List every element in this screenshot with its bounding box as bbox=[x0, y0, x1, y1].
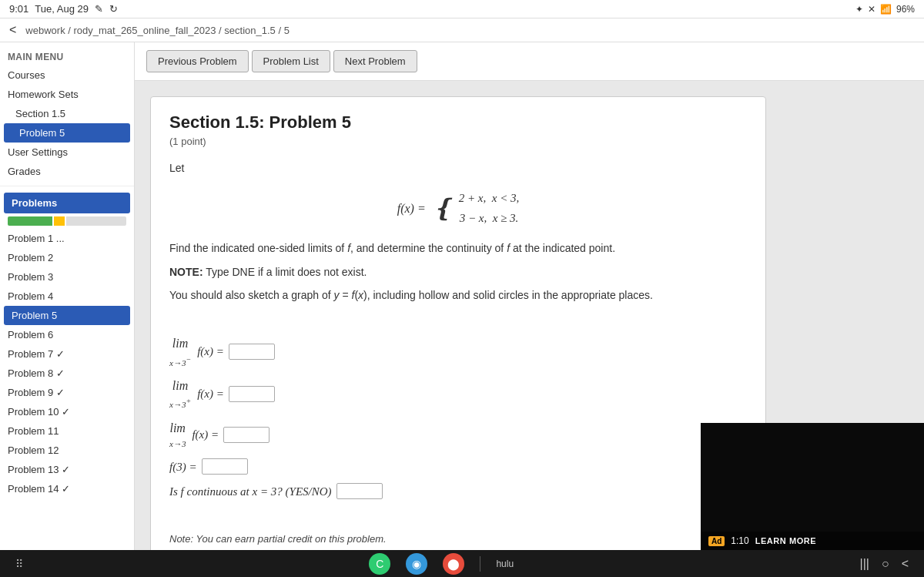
note-partial: Note: You can earn partial credit on thi… bbox=[169, 532, 747, 548]
blue-app-icon[interactable]: ◉ bbox=[406, 553, 427, 572]
instructions-1: Find the indicated one-sided limits of f… bbox=[169, 240, 747, 257]
piecewise-cases: 2 + x, x < 3, 3 − x, x ≥ 3. bbox=[459, 189, 520, 227]
breadcrumb-bar: < webwork / rody_mat_265_online_fall_202… bbox=[0, 18, 924, 42]
main-menu-label: MAIN MENU bbox=[0, 42, 134, 65]
let-text: Let bbox=[169, 159, 747, 176]
sidebar-problem-7[interactable]: Problem 7 ✓ bbox=[0, 344, 134, 364]
sidebar-problem-1[interactable]: Problem 1 ... bbox=[0, 229, 134, 248]
progress-yellow bbox=[54, 216, 65, 226]
ad-content bbox=[701, 423, 924, 532]
case-2: 3 − x, x ≥ 3. bbox=[459, 209, 520, 227]
red-app-icon[interactable]: ⬤ bbox=[443, 553, 464, 572]
problems-header: Problems bbox=[4, 193, 130, 213]
continuous-label: Is f continuous at x = 3? (YES/NO) bbox=[169, 482, 332, 501]
limit1-row: lim x→3− f(x) = bbox=[169, 334, 747, 370]
sidebar-problem-10[interactable]: Problem 10 ✓ bbox=[0, 402, 134, 421]
edit-icon: ✎ bbox=[95, 3, 103, 15]
prev-problem-button[interactable]: Previous Problem bbox=[146, 50, 249, 72]
sidebar-problem-4[interactable]: Problem 4 bbox=[0, 287, 134, 306]
function-expression: f(x) = ❴ 2 + x, x < 3, 3 − x, x ≥ 3. bbox=[397, 189, 520, 227]
continuous-input[interactable] bbox=[336, 483, 383, 499]
case-1: 2 + x, x < 3, bbox=[459, 189, 520, 207]
note-text: NOTE: Type DNE if a limit does not exist… bbox=[169, 263, 747, 280]
taskbar-divider bbox=[480, 556, 480, 572]
ad-badge: Ad bbox=[708, 536, 725, 546]
limit1-func: f(x) = bbox=[197, 342, 224, 361]
ad-learn-more[interactable]: LEARN MORE bbox=[755, 536, 816, 545]
status-bar: 9:01 Tue, Aug 29 ✎ ↻ ✦ ✕ 📶 96% bbox=[0, 0, 924, 18]
f3-label: f(3) = bbox=[169, 458, 197, 476]
hulu-label: hulu bbox=[496, 559, 514, 569]
limit2-row: lim x→3+ f(x) = bbox=[169, 376, 747, 412]
green-app-icon[interactable]: C bbox=[369, 553, 390, 572]
ad-time: 1:10 bbox=[731, 535, 748, 546]
func-label: f(x) = bbox=[397, 199, 426, 219]
next-problem-button[interactable]: Next Problem bbox=[333, 50, 417, 72]
problem-list-button[interactable]: Problem List bbox=[252, 50, 330, 72]
sidebar-problem-11[interactable]: Problem 11 bbox=[0, 421, 134, 441]
x-icon: ✕ bbox=[868, 4, 875, 15]
taskbar-center: C ◉ ⬤ hulu bbox=[369, 553, 514, 572]
sidebar-item-courses[interactable]: Courses bbox=[0, 65, 134, 85]
sidebar-problem-5[interactable]: Problem 5 bbox=[4, 306, 130, 325]
ad-bar: Ad 1:10 LEARN MORE bbox=[701, 532, 924, 550]
taskbar-left: ⠿ bbox=[15, 558, 23, 570]
back-button[interactable]: < bbox=[9, 23, 22, 37]
status-bar-left: 9:01 Tue, Aug 29 ✎ ↻ bbox=[9, 3, 118, 15]
sidebar-item-problem5[interactable]: Problem 5 bbox=[4, 123, 130, 143]
sidebar-item-grades[interactable]: Grades bbox=[0, 162, 134, 181]
taskbar-circle-button[interactable]: ○ bbox=[882, 557, 889, 571]
battery-display: 96% bbox=[896, 4, 915, 15]
sidebar-problem-13[interactable]: Problem 13 ✓ bbox=[0, 460, 134, 479]
status-bar-right: ✦ ✕ 📶 96% bbox=[855, 4, 915, 15]
piecewise-function: f(x) = ❴ 2 + x, x < 3, 3 − x, x ≥ 3. bbox=[169, 189, 747, 227]
note-label: NOTE: bbox=[169, 266, 203, 278]
limit2-notation: lim x→3+ bbox=[169, 376, 191, 412]
limit1-subscript: x→3− bbox=[169, 354, 191, 370]
ad-panel: Ad 1:10 LEARN MORE bbox=[701, 423, 924, 550]
breadcrumb-path: webwork / rody_mat_265_online_fall_2023 … bbox=[25, 25, 290, 36]
limit1-label: lim bbox=[172, 334, 188, 354]
f3-input[interactable] bbox=[202, 458, 248, 475]
sidebar-item-section1-5[interactable]: Section 1.5 bbox=[0, 104, 134, 123]
time-display: 9:01 bbox=[9, 3, 28, 15]
problem-title: Section 1.5: Problem 5 bbox=[169, 112, 747, 133]
limit2-subscript: x→3+ bbox=[169, 395, 191, 411]
limit2-label: lim bbox=[172, 376, 188, 396]
taskbar-right: ||| ○ < bbox=[860, 557, 909, 571]
sidebar-problem-3[interactable]: Problem 3 bbox=[0, 267, 134, 287]
problem-points: (1 point) bbox=[169, 136, 747, 147]
sidebar-problem-2[interactable]: Problem 2 bbox=[0, 248, 134, 267]
limit3-func: f(x) = bbox=[192, 425, 219, 444]
sidebar-problem-14[interactable]: Problem 14 ✓ bbox=[0, 479, 134, 498]
limit3-input[interactable] bbox=[223, 427, 270, 443]
limit3-subscript: x→3 bbox=[169, 438, 186, 451]
limit2-input[interactable] bbox=[229, 386, 275, 402]
sidebar-problem-9[interactable]: Problem 9 ✓ bbox=[0, 383, 134, 402]
limit1-notation: lim x→3− bbox=[169, 334, 191, 370]
limit3-notation: lim x→3 bbox=[169, 418, 186, 451]
sidebar-problem-6[interactable]: Problem 6 bbox=[0, 325, 134, 344]
grid-icon[interactable]: ⠿ bbox=[15, 558, 23, 570]
taskbar: ⠿ C ◉ ⬤ hulu ||| ○ < bbox=[0, 550, 924, 572]
limit1-input[interactable] bbox=[229, 344, 275, 360]
f3-row: f(3) = bbox=[169, 458, 747, 476]
sidebar-item-user-settings[interactable]: User Settings bbox=[0, 143, 134, 162]
sidebar-problem-12[interactable]: Problem 12 bbox=[0, 441, 134, 460]
star-icon: ✦ bbox=[855, 4, 863, 15]
signal-icon: 📶 bbox=[880, 4, 892, 15]
refresh-icon: ↻ bbox=[109, 3, 118, 15]
limit3-label: lim bbox=[169, 418, 185, 438]
sidebar-item-homework-sets[interactable]: Homework Sets bbox=[0, 85, 134, 104]
sidebar-problem-8[interactable]: Problem 8 ✓ bbox=[0, 364, 134, 383]
problem-container: Section 1.5: Problem 5 (1 point) Let f(x… bbox=[150, 96, 766, 572]
progress-empty bbox=[66, 216, 126, 226]
taskbar-lines-button[interactable]: ||| bbox=[860, 557, 869, 571]
sidebar-divider bbox=[0, 186, 134, 186]
taskbar-back-button[interactable]: < bbox=[902, 557, 909, 571]
sidebar: MAIN MENU Courses Homework Sets Section … bbox=[0, 42, 135, 572]
progress-bar bbox=[8, 216, 126, 226]
toolbar: Previous Problem Problem List Next Probl… bbox=[135, 42, 924, 81]
problem-body: Let f(x) = ❴ 2 + x, x < 3, 3 − x, x ≥ 3.… bbox=[169, 159, 747, 572]
limit2-func: f(x) = bbox=[197, 384, 224, 403]
